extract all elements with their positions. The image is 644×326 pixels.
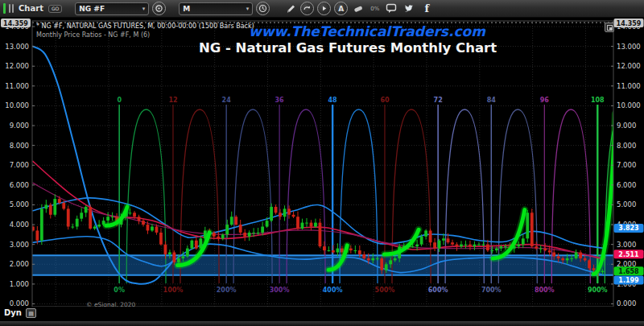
candle-body (477, 245, 481, 246)
candle-body (138, 217, 141, 221)
symbol-lookup-button[interactable] (152, 2, 166, 15)
clock-icon (258, 4, 267, 13)
interval-select[interactable]: M ▾ (179, 2, 253, 15)
candle-body (584, 258, 587, 260)
candle-body (420, 237, 423, 245)
twitter-button[interactable] (402, 2, 416, 16)
candle-body (106, 217, 109, 221)
candle-body (389, 260, 392, 264)
candle-body (588, 260, 591, 268)
candle-body (261, 227, 264, 233)
price-tag-label: 2.511 (618, 251, 639, 258)
cycle-count-label: 60 (380, 97, 390, 104)
candle-body (415, 245, 419, 246)
candle-body (221, 234, 225, 238)
time-settings-button[interactable] (256, 2, 270, 15)
text-annotation-button[interactable]: A (334, 2, 348, 15)
candle-body (142, 221, 145, 225)
candle-body (495, 249, 498, 250)
candle-body (433, 242, 436, 248)
candle-body (539, 249, 543, 250)
candle-body (58, 199, 61, 203)
candle-body (535, 246, 538, 248)
symbol-value: NG #F (79, 5, 105, 13)
draw-pencil-button[interactable] (283, 2, 297, 16)
dyn-scale-button[interactable]: Dyn (4, 308, 22, 317)
popout-icon[interactable] (605, 23, 614, 32)
candle-body (424, 230, 427, 236)
curved-arrow-icon (303, 4, 312, 13)
letter-a-icon: A (338, 5, 344, 13)
chat-bubble-icon (386, 3, 397, 14)
y-tick-right: 12.000 (617, 62, 641, 70)
play-icon (320, 4, 328, 13)
y-tick-left: 2.000 (10, 260, 29, 268)
twitter-bird-icon (403, 3, 415, 14)
cycle-percent-label: 900% (588, 287, 608, 294)
eraser-icon (353, 4, 364, 14)
cycle-count-label: 96 (540, 97, 550, 104)
candle-body (310, 223, 313, 227)
price-tag-label: 14.359 (3, 20, 28, 27)
candle-body (522, 238, 525, 244)
plot-layer (31, 21, 643, 307)
candle-body (301, 223, 304, 229)
candle-body (482, 245, 485, 246)
cycle-percent-label: 800% (535, 287, 555, 294)
candle-body (181, 256, 184, 258)
cycle-percent-label: 400% (323, 287, 343, 294)
chevron-down-icon[interactable]: ▾ (246, 6, 250, 12)
candle-body (239, 225, 242, 233)
candle-body (173, 253, 176, 262)
candle-body (129, 213, 132, 213)
y-tick-right: 5.000 (617, 200, 636, 208)
candle-body (371, 258, 374, 260)
redo-tool-button[interactable] (300, 2, 314, 15)
cycle-percent-label: 200% (217, 287, 237, 294)
candle-body (358, 250, 361, 254)
candle-body (279, 213, 282, 217)
y-tick-left: 12.000 (5, 62, 29, 70)
cycle-count-label: 48 (328, 97, 338, 104)
candle-body (93, 227, 97, 229)
candle-body (80, 213, 83, 218)
cycle-count-label: 72 (434, 97, 443, 104)
eraser-button[interactable] (351, 2, 365, 16)
candle-body (314, 223, 317, 227)
candle-body (76, 219, 79, 227)
window-title: Chart (19, 4, 43, 13)
chart-area[interactable]: 00%12100%24200%36300%48400%60500%72600%8… (0, 18, 644, 320)
y-tick-left: 13.000 (5, 43, 29, 51)
target-icon (155, 4, 163, 13)
cycle-count-label: 24 (222, 97, 232, 104)
candle-body (575, 253, 578, 258)
symbol-input[interactable]: NG #F ▾ (75, 2, 149, 15)
candle-body (499, 246, 502, 248)
candle-body (323, 246, 326, 250)
chevron-down-icon[interactable]: ▾ (142, 6, 146, 12)
candle-body (44, 204, 47, 208)
dyn-mode-icon[interactable]: ▤ (26, 308, 36, 318)
y-tick-right: 3.000 (617, 241, 636, 249)
candle-body (486, 245, 489, 250)
candle-body (40, 208, 43, 240)
y-tick-left: 5.000 (10, 200, 29, 208)
candle-body (35, 230, 39, 240)
candle-body (151, 227, 154, 231)
candle-body (195, 241, 198, 249)
window-grip-icon[interactable] (9, 4, 14, 13)
facebook-button[interactable]: f (419, 2, 434, 16)
price-tag-label: 1.199 (618, 277, 639, 284)
candle-body (530, 213, 534, 246)
candle-body (517, 245, 520, 246)
y-tick-right: 6.000 (617, 181, 636, 189)
chat-button[interactable] (384, 2, 398, 16)
candle-body (243, 233, 246, 237)
top-toolbar: Chart GO NG #F ▾ M ▾ (0, 0, 644, 18)
replay-button[interactable] (317, 2, 331, 15)
candle-body (504, 246, 507, 247)
candle-body (367, 258, 370, 260)
candle-body (155, 227, 159, 233)
candle-body (159, 233, 163, 245)
candle-body (53, 199, 56, 215)
